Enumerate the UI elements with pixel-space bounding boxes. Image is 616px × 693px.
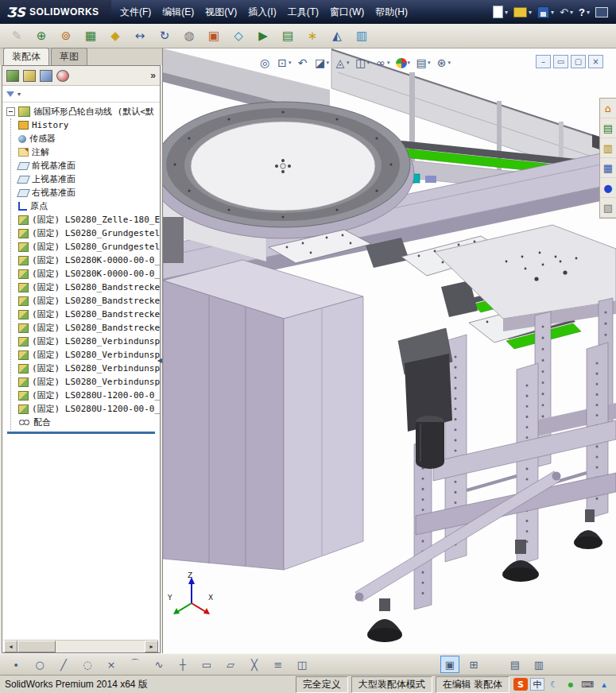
task-view-palette-icon[interactable]: ▦ (600, 158, 616, 178)
menu-item[interactable]: 编辑(E) (157, 2, 200, 22)
model-cabinet[interactable] (163, 260, 363, 570)
tree-item[interactable]: 注解 (5, 145, 160, 159)
tree-item[interactable]: (固定) LS0280_Verbindunsp (5, 362, 160, 375)
tree-item[interactable]: (固定) LS0280_Verbindunsp (5, 375, 160, 389)
line-tool[interactable]: ╱ (54, 656, 73, 673)
model-canvas[interactable]: Z Y X (163, 48, 616, 653)
caret-icon[interactable]: ▾ (529, 9, 532, 16)
tab-sketch[interactable]: 草图 (51, 48, 87, 65)
mate-button[interactable]: ⊚ (56, 25, 76, 46)
bom-button[interactable]: ▤ (277, 25, 298, 46)
property-manager-tab-icon[interactable] (23, 70, 36, 82)
new-button[interactable]: ▾ (493, 6, 508, 18)
task-file-explorer-icon[interactable]: ▥ (600, 138, 616, 158)
zoom-area-icon[interactable]: ⊡▾ (274, 55, 294, 71)
tree-item[interactable]: (固定) LS0280_Bandstrecke (5, 321, 160, 335)
graphics-viewport[interactable]: Z Y X ◎⊡▾↶◪▾◬▾◫▾∞▾▾▤▾⊛▾ –▭▢× ⌂▤▥▦●▧ (163, 48, 616, 653)
open-button[interactable]: ▾ (513, 7, 532, 17)
filter-caret-icon[interactable]: ▾ (17, 91, 21, 98)
ime-sogou-icon[interactable]: S (513, 678, 528, 691)
rotate-component-button[interactable]: ↻ (154, 25, 175, 46)
display-style-icon[interactable]: ◫▾ (353, 55, 373, 71)
spacer[interactable] (316, 656, 436, 672)
edit-appearance-icon[interactable]: ▾ (393, 56, 413, 70)
hide-show-items-icon[interactable]: ∞▾ (373, 55, 393, 71)
section-view-icon[interactable]: ◪▾ (312, 55, 332, 71)
doc-minimize-button[interactable]: – (536, 55, 551, 68)
caret-icon[interactable]: ▾ (505, 9, 508, 16)
view-orientation-icon[interactable]: ◬▾ (332, 55, 352, 71)
fullscreen-button[interactable] (595, 7, 608, 17)
panel-horizontal-scrollbar[interactable]: ◂ ▸ (4, 640, 158, 652)
ime-lang-icon[interactable]: 中 (530, 678, 544, 691)
tree-item[interactable]: 前视基准面 (5, 159, 160, 172)
tree-item[interactable]: (固定) LS0280_Verbindunsp (5, 348, 160, 362)
display-manager-tab-icon[interactable] (56, 70, 69, 82)
rectangle-tool[interactable]: ▭ (197, 656, 216, 673)
caret-icon[interactable]: ▾ (587, 9, 590, 16)
menu-item[interactable]: 窗口(W) (324, 2, 370, 22)
menu-item[interactable]: 帮助(H) (370, 2, 413, 22)
offset-tool[interactable]: ≡ (269, 656, 288, 673)
tree-item[interactable]: 配合 (5, 416, 160, 429)
model-turntable-ring[interactable] (163, 102, 414, 238)
ime-status-icon[interactable]: ● (564, 678, 578, 691)
spacer2[interactable] (488, 656, 501, 672)
tree-item[interactable]: (固定) LS0280U-1200-00-0_ (5, 402, 160, 416)
pattern-tool[interactable]: ▥ (529, 656, 548, 673)
shaded-sketch-contours-tool[interactable]: ▣ (440, 656, 459, 673)
tree-item[interactable]: (固定) LS0280_Grundgestell (5, 240, 160, 254)
table-tool[interactable]: ▤ (506, 656, 525, 673)
view-settings-icon[interactable]: ⊛▾ (434, 55, 454, 71)
ellipse-tool[interactable]: ◌ (78, 656, 97, 673)
reference-geometry-button[interactable]: ◇ (228, 25, 249, 46)
assembly-features-button[interactable]: ▣ (203, 25, 224, 46)
arc-tool[interactable]: ⌒ (126, 656, 145, 673)
tree-item[interactable]: (固定) LS0280U-1200-00-0_ (5, 389, 160, 402)
filter-funnel-icon[interactable] (6, 91, 14, 97)
mirror-tool[interactable]: ◫ (293, 656, 312, 673)
previous-view-icon[interactable]: ↶ (295, 55, 312, 71)
tab-assembly[interactable]: 装配体 (3, 48, 49, 65)
motion-study-button[interactable]: ▶ (253, 25, 273, 46)
large-assembly-button[interactable]: ▥ (351, 25, 372, 46)
configuration-manager-tab-icon[interactable] (40, 70, 52, 82)
point-tool[interactable]: ∙ (6, 656, 25, 673)
doc-close-button[interactable]: × (588, 55, 603, 68)
apply-scene-icon[interactable]: ▤▾ (413, 55, 433, 71)
grid-tool[interactable]: ⊞ (464, 656, 483, 673)
feature-manager-tab-icon[interactable] (6, 70, 19, 82)
doc-restore-button[interactable]: ▭ (553, 55, 568, 68)
move-component-button[interactable]: ↔ (130, 25, 150, 46)
scrollbar-thumb[interactable] (17, 641, 56, 652)
model-gearbox-motor[interactable] (398, 328, 452, 469)
task-appearances-icon[interactable]: ● (600, 178, 616, 198)
slot-tool[interactable]: ▱ (221, 656, 240, 673)
scrollbar-track[interactable] (17, 641, 145, 652)
menu-item[interactable]: 文件(F) (114, 2, 157, 22)
caret-icon[interactable]: ▾ (570, 9, 573, 16)
insert-components-button[interactable]: ⊕ (31, 25, 52, 46)
task-home-icon[interactable]: ⌂ (600, 99, 616, 118)
zoom-fit-icon[interactable]: ◎ (257, 55, 273, 71)
tree-item[interactable]: (固定) LS0280_Bandstrecke (5, 308, 160, 321)
tree-item[interactable]: (固定) LS0280K-0000-00-0_ (5, 267, 160, 281)
collapse-expander-icon[interactable] (6, 107, 15, 116)
tree-item[interactable]: 传感器 (5, 132, 160, 145)
ime-up-icon[interactable]: ▴ (597, 678, 611, 691)
smart-fasteners-button[interactable]: ◆ (105, 25, 126, 46)
tree-item[interactable]: 右视基准面 (5, 186, 160, 199)
caret-icon[interactable]: ▾ (551, 9, 554, 16)
save-button[interactable]: ▾ (537, 6, 554, 18)
tree-item[interactable]: (固定) LS0280_Grundgestell (5, 226, 160, 240)
erase-tool[interactable]: × (102, 656, 121, 673)
spline-tool[interactable]: ∿ (149, 656, 169, 673)
menu-item[interactable]: 工具(T) (282, 2, 324, 22)
menu-item[interactable]: 插入(I) (242, 2, 281, 22)
scroll-left-arrow-icon[interactable]: ◂ (4, 641, 17, 652)
menu-item[interactable]: 视图(V) (200, 2, 242, 22)
edit-component-button[interactable]: ✎ (6, 25, 27, 46)
exploded-view-button[interactable]: ∗ (302, 25, 323, 46)
component-pattern-button[interactable]: ▦ (80, 25, 101, 46)
tree-item[interactable]: (固定) LS0280_Bandstrecke (5, 294, 160, 308)
